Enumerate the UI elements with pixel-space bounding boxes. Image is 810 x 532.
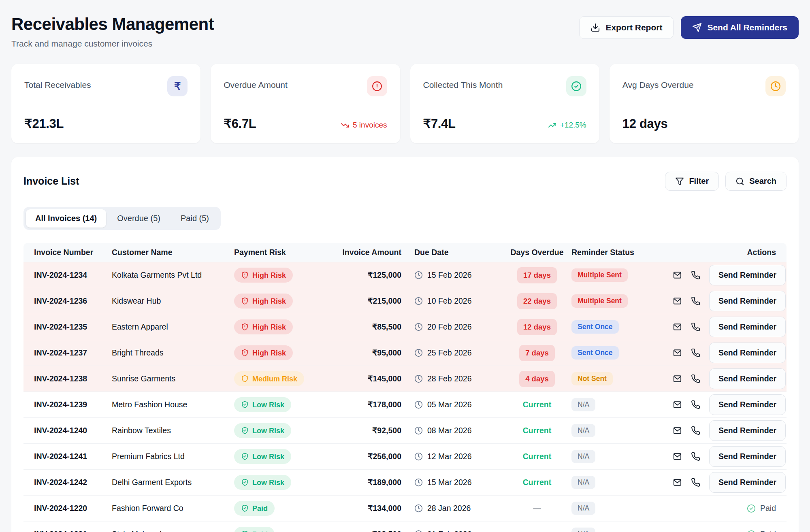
email-icon[interactable] [673, 322, 682, 332]
phone-icon[interactable] [691, 296, 700, 306]
column-header-due-date: Due Date [401, 248, 503, 257]
days-overdue-cell: — [503, 530, 571, 532]
phone-icon[interactable] [691, 452, 700, 461]
send-reminder-button[interactable]: Send Reminder [709, 472, 786, 493]
send-reminder-button[interactable]: Send Reminder [709, 265, 786, 285]
table-row: INV-2024-1221 Style Makers Inc Paid ₹98,… [23, 521, 787, 532]
days-overdue-badge: 22 days [517, 293, 557, 309]
phone-icon[interactable] [691, 426, 700, 435]
table-row: INV-2024-1220 Fashion Forward Co Paid ₹1… [23, 496, 787, 521]
table-row: INV-2024-1240 Rainbow Textiles Low Risk … [23, 418, 787, 444]
customer-name-cell: Eastern Apparel [112, 322, 234, 332]
actions-cell: Send Reminder [673, 343, 786, 363]
email-icon[interactable] [673, 400, 682, 409]
risk-label: Low Risk [252, 427, 284, 434]
phone-icon[interactable] [691, 374, 700, 383]
payment-risk-cell: High Risk [234, 268, 339, 283]
stat-value: 12 days [622, 117, 668, 131]
page-title: Receivables Management [11, 15, 214, 34]
due-date-cell: 01 Feb 2026 [401, 530, 503, 532]
tab-paid[interactable]: Paid (5) [171, 209, 218, 228]
stat-trend-label: 5 invoices [353, 121, 387, 130]
email-icon[interactable] [673, 426, 682, 435]
risk-badge: Low Risk [234, 475, 291, 490]
send-icon [692, 23, 702, 32]
page-heading-block: Receivables Management Track and manage … [11, 10, 214, 49]
send-reminder-button[interactable]: Send Reminder [709, 291, 786, 311]
stat-trend: 5 invoices [341, 121, 387, 131]
shield-alert-icon [241, 349, 249, 357]
due-date-cell: 12 Mar 2026 [401, 452, 503, 461]
panel-buttons: Filter Search [665, 172, 787, 191]
table-row: INV-2024-1237 Bright Threads High Risk ₹… [23, 340, 787, 366]
column-header-actions: Actions [673, 248, 776, 257]
send-reminder-button[interactable]: Send Reminder [709, 446, 786, 467]
send-reminder-button[interactable]: Send Reminder [709, 394, 786, 415]
header-actions: Export Report Send All Reminders [579, 16, 799, 39]
invoice-amount-cell: ₹125,000 [339, 270, 401, 280]
customer-name-cell: Fashion Forward Co [112, 504, 234, 513]
shield-check-icon [241, 427, 249, 434]
customer-name-cell: Metro Fashion House [112, 400, 234, 409]
reminder-status-badge: Multiple Sent [571, 268, 628, 282]
send-reminder-button[interactable]: Send Reminder [709, 368, 786, 389]
search-button[interactable]: Search [725, 172, 787, 191]
stat-value: ₹6.7L [224, 116, 256, 131]
stat-value: ₹21.3L [24, 116, 64, 131]
reminder-status-cell: Multiple Sent [571, 268, 673, 282]
filter-button[interactable]: Filter [665, 172, 719, 191]
email-icon[interactable] [673, 270, 682, 280]
risk-label: Low Risk [252, 453, 284, 460]
risk-label: Medium Risk [252, 375, 297, 383]
send-reminder-button[interactable]: Send Reminder [709, 420, 786, 441]
customer-name-cell: Kolkata Garments Pvt Ltd [112, 270, 234, 280]
email-icon[interactable] [673, 452, 682, 461]
risk-label: High Risk [252, 272, 286, 279]
payment-risk-cell: Medium Risk [234, 371, 339, 386]
due-date-cell: 15 Feb 2026 [401, 270, 503, 280]
actions-cell: Paid [673, 504, 776, 513]
export-report-button[interactable]: Export Report [579, 16, 674, 39]
send-reminder-button[interactable]: Send Reminder [709, 317, 786, 337]
invoice-amount-cell: ₹85,500 [339, 322, 401, 332]
reminder-status-cell: N/A [571, 424, 673, 438]
current-label: Current [523, 400, 551, 409]
clock-icon [414, 375, 423, 383]
reminder-status-badge: Not Sent [571, 372, 613, 386]
clock-icon [414, 452, 423, 461]
payment-risk-cell: High Risk [234, 294, 339, 309]
export-report-label: Export Report [605, 23, 662, 32]
phone-icon[interactable] [691, 270, 700, 280]
email-icon[interactable] [673, 478, 682, 487]
phone-icon[interactable] [691, 400, 700, 409]
current-label: Current [523, 426, 551, 435]
due-date-cell: 10 Feb 2026 [401, 296, 503, 306]
clock-icon [414, 400, 423, 409]
table-row: INV-2024-1234 Kolkata Garments Pvt Ltd H… [23, 262, 787, 288]
customer-name-cell: Bright Threads [112, 348, 234, 358]
phone-icon[interactable] [691, 478, 700, 487]
days-overdue-badge: 4 days [519, 371, 555, 387]
clock-icon [414, 504, 423, 513]
email-icon[interactable] [673, 296, 682, 306]
phone-icon[interactable] [691, 348, 700, 358]
table-row: INV-2024-1239 Metro Fashion House Low Ri… [23, 392, 787, 418]
phone-icon[interactable] [691, 322, 700, 332]
clock-icon [414, 478, 423, 487]
invoice-number-cell: INV-2024-1236 [34, 296, 112, 306]
days-overdue-badge: 12 days [517, 319, 557, 335]
send-all-reminders-button[interactable]: Send All Reminders [681, 16, 799, 39]
email-icon[interactable] [673, 348, 682, 358]
stat-label: Total Receivables [24, 76, 91, 90]
days-overdue-badge: 17 days [517, 267, 557, 283]
email-icon[interactable] [673, 374, 682, 383]
tab-all-invoices[interactable]: All Invoices (14) [26, 209, 106, 228]
send-reminder-button[interactable]: Send Reminder [709, 343, 786, 363]
filter-label: Filter [689, 177, 709, 186]
reminder-status-cell: N/A [571, 476, 673, 489]
tab-overdue[interactable]: Overdue (5) [108, 209, 170, 228]
invoice-list-panel: Invoice List Filter Search All Invoices … [11, 157, 799, 532]
clock-icon [414, 323, 423, 331]
due-date-label: 05 Mar 2026 [427, 400, 472, 409]
reminder-status-badge: N/A [571, 398, 595, 412]
